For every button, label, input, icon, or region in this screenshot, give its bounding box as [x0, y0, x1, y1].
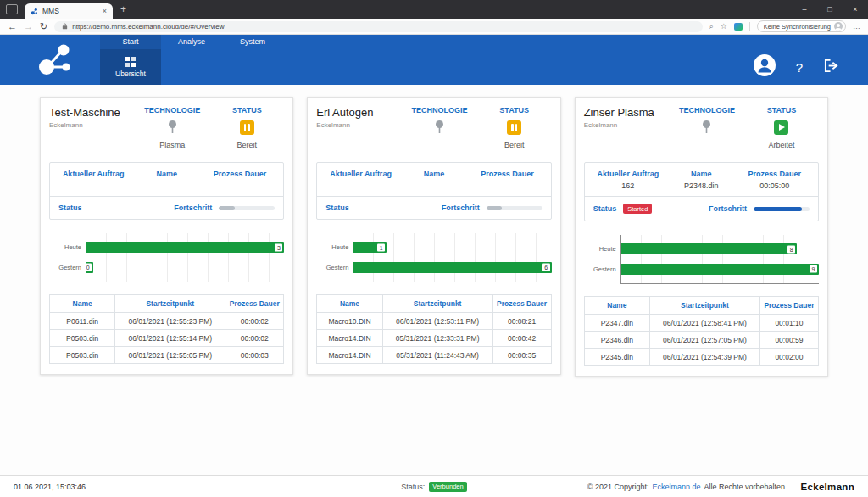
url-box[interactable]: https://demo.mms.eckelmann.cloud/de/#/Ov…: [54, 21, 702, 32]
eckelmann-wordmark: Eckelmann: [801, 482, 854, 492]
overview-page: Test-Maschine Eckelmann TECHNOLOGIE Plas…: [0, 85, 868, 475]
subnav-item-uebersicht[interactable]: Übersicht: [100, 49, 161, 85]
tab-actions-icon[interactable]: [6, 4, 18, 14]
job-order-heading: Aktueller Auftrag: [592, 170, 665, 178]
history-cell: 06/01/2021 (12:55:14 PM): [115, 330, 225, 347]
history-cell: 06/01/2021 (12:54:39 PM): [650, 349, 760, 366]
daily-jobs-bar-chart: Heute Gestern 1 6: [316, 233, 551, 282]
browser-menu-icon[interactable]: …: [853, 23, 860, 31]
nav-item-start[interactable]: Start: [100, 35, 161, 49]
nav-item-system[interactable]: System: [222, 35, 283, 49]
close-window-button[interactable]: ×: [843, 0, 868, 19]
overview-grid-icon: [125, 57, 136, 67]
mms-favicon-icon: [31, 8, 38, 15]
table-row: P0503.din 06/01/2021 (12:55:14 PM) 00:00…: [50, 330, 284, 347]
chart-bar-value: 1: [377, 243, 385, 251]
history-cell: P2345.din: [584, 349, 649, 366]
chart-category-label: Heute: [599, 245, 616, 253]
job-name-heading: Name: [398, 170, 470, 178]
nav-item-analyse[interactable]: Analyse: [161, 35, 222, 49]
connection-status-label: Status:: [401, 483, 425, 491]
technology-heading: TECHNOLOGIE: [670, 106, 744, 114]
technology-heading: TECHNOLOGIE: [135, 106, 209, 114]
machine-name: Erl Autogen: [316, 106, 402, 119]
history-cell: 06/01/2021 (12:53:11 PM): [382, 313, 492, 330]
chart-plot-area: 1 6: [353, 233, 551, 282]
job-duration-value: [470, 181, 543, 191]
history-cell: P2347.din: [584, 315, 649, 332]
job-status-heading: Status: [58, 204, 82, 212]
logout-icon[interactable]: [823, 59, 839, 76]
machine-card-header: Erl Autogen Eckelmann TECHNOLOGIE STATUS…: [316, 106, 551, 154]
technology-heading: TECHNOLOGIE: [403, 106, 477, 114]
copyright-text: © 2021 Copyright:: [587, 483, 649, 491]
progress-bar: [219, 206, 275, 210]
job-duration-value: 00:05:00: [738, 181, 811, 191]
close-tab-icon[interactable]: ×: [103, 8, 107, 15]
history-cell: 06/01/2021 (12:58:41 PM): [650, 315, 760, 332]
chart-category-label: Gestern: [593, 265, 616, 273]
status-icon: [240, 120, 254, 135]
connection-status-badge: Verbunden: [429, 482, 466, 492]
help-button[interactable]: ?: [796, 60, 803, 75]
status-heading: STATUS: [209, 106, 284, 114]
status-value: Arbeitet: [744, 141, 819, 149]
url-text[interactable]: https://demo.mms.eckelmann.cloud/de/#/Ov…: [72, 23, 224, 31]
machine-name: Test-Maschine: [49, 106, 135, 119]
job-duration-value: [203, 181, 276, 191]
technology-value: Plasma: [135, 141, 209, 149]
minimize-button[interactable]: –: [792, 0, 817, 19]
status-heading: STATUS: [744, 106, 819, 114]
history-cell: P0503.din: [50, 330, 115, 347]
table-row: P0611.din 06/01/2021 (12:55:23 PM) 00:00…: [50, 313, 284, 330]
machine-name: Zinser Plasma: [584, 106, 670, 119]
chart-bar-heute: 3: [86, 242, 284, 253]
zoom-icon[interactable]: ⌕: [709, 23, 714, 31]
chart-bar-value: 3: [275, 243, 282, 251]
sync-status-button[interactable]: Keine Synchronisierung: [757, 20, 846, 32]
technology-value: [403, 141, 477, 149]
machine-card: Test-Maschine Eckelmann TECHNOLOGIE Plas…: [40, 97, 293, 375]
eckelmann-link[interactable]: Eckelmann.de: [652, 483, 700, 491]
chart-plot-area: 8 9: [620, 235, 819, 284]
job-duration-heading: Prozess Dauer: [738, 170, 811, 178]
browser-tab-strip: MMS × + – □ ×: [0, 0, 868, 19]
machine-vendor: Eckelmann: [584, 121, 670, 129]
favorites-star-icon[interactable]: ☆: [721, 23, 727, 31]
chart-bar-value: 8: [787, 245, 795, 253]
history-cell: 00:00:42: [492, 330, 551, 347]
maximize-button[interactable]: □: [817, 0, 843, 19]
app-logo-icon[interactable]: [36, 41, 75, 81]
subnav-label: Übersicht: [115, 70, 146, 78]
machine-card-header: Test-Maschine Eckelmann TECHNOLOGIE Plas…: [49, 106, 284, 154]
new-tab-button[interactable]: +: [120, 4, 126, 14]
job-progress-heading: Fortschritt: [174, 204, 212, 212]
page-footer: 01.06.2021, 15:03:46 Status: Verbunden ©…: [0, 475, 868, 497]
table-row: P0503.din 06/01/2021 (12:55:05 PM) 00:00…: [50, 347, 284, 364]
history-cell: 00:01:10: [760, 315, 818, 332]
history-cell: Macro10.DIN: [317, 313, 382, 330]
history-header-name: Name: [50, 295, 115, 313]
status-value: Bereit: [209, 141, 284, 149]
status-value: Bereit: [477, 141, 552, 149]
history-header-duration: Prozess Dauer: [760, 297, 818, 315]
history-cell: 06/01/2021 (12:55:23 PM): [115, 313, 225, 330]
status-icon: [507, 120, 521, 135]
history-cell: 00:00:02: [225, 330, 284, 347]
technology-pin-icon: [168, 120, 177, 134]
history-cell: P0503.din: [50, 347, 115, 364]
job-history-table: Name Startzeitpunkt Prozess Dauer Macro1…: [316, 294, 551, 364]
history-cell: P0611.din: [50, 313, 115, 330]
job-history-table: Name Startzeitpunkt Prozess Dauer P0611.…: [49, 294, 284, 364]
collections-icon[interactable]: [734, 23, 743, 31]
chart-bar-gestern: 0: [86, 262, 93, 273]
history-cell: 06/01/2021 (12:57:05 PM): [650, 332, 760, 349]
browser-tab-mms[interactable]: MMS ×: [25, 3, 113, 19]
job-duration-heading: Prozess Dauer: [203, 170, 276, 178]
job-order-heading: Aktueller Auftrag: [57, 170, 130, 178]
user-avatar-icon[interactable]: [754, 54, 776, 80]
job-name-heading: Name: [130, 170, 203, 178]
chart-bar-value: 0: [84, 264, 92, 271]
back-button[interactable]: ←: [8, 22, 17, 31]
refresh-button[interactable]: ↻: [40, 22, 47, 31]
